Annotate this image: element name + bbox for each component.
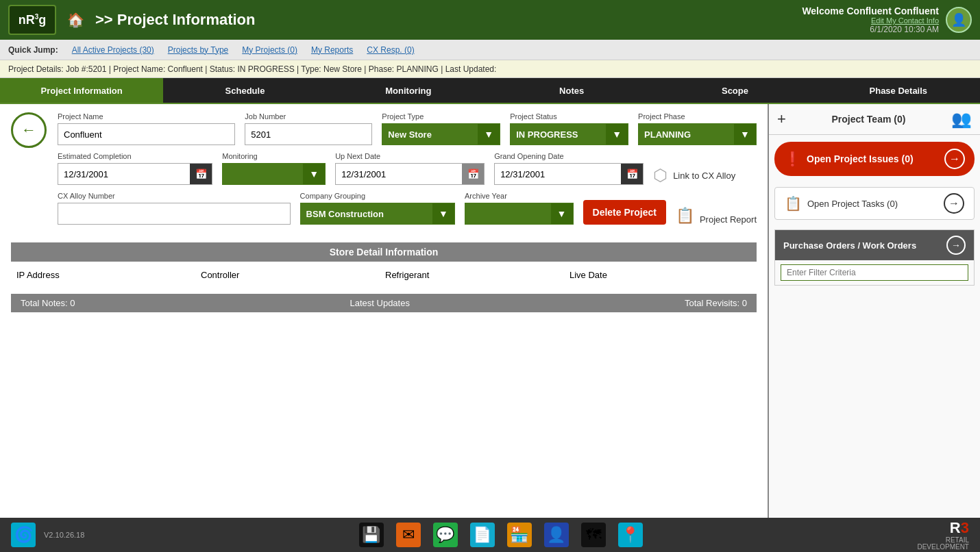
grand-opening-label: Grand Opening Date: [494, 152, 644, 160]
store-detail-section-bar: Store Detail Information: [11, 242, 757, 262]
grand-opening-input[interactable]: [495, 164, 621, 184]
home-icon[interactable]: 🏠: [67, 12, 84, 28]
issues-label: Open Project Issues (0): [807, 153, 914, 164]
project-name-label: Project Name: [58, 112, 235, 121]
edit-contact-link[interactable]: Edit My Contact Info: [802, 16, 939, 25]
r3-number: 3: [961, 519, 969, 536]
form-header: ← Project Name Job Number Project Type: [11, 112, 757, 231]
report-icon: 📋: [676, 207, 694, 225]
up-next-group: Up Next Date 📅: [335, 152, 485, 185]
project-team-label: Project Team (0): [831, 114, 905, 125]
header-left: nR3g 🏠 >> Project Information: [8, 5, 256, 35]
tab-phase-details[interactable]: Phase Details: [817, 78, 980, 103]
project-phase-select-box[interactable]: PLANNING ▼: [638, 123, 757, 145]
back-button[interactable]: ←: [11, 112, 47, 148]
up-next-calendar-btn[interactable]: 📅: [462, 164, 484, 184]
right-panel: + Project Team (0) 👥 ❗ Open Project Issu…: [768, 104, 980, 518]
add-team-member-icon[interactable]: +: [777, 110, 786, 128]
quick-jump-my-reports[interactable]: My Reports: [311, 45, 353, 55]
tasks-arrow-icon: →: [944, 193, 964, 214]
project-name-group: Project Name: [58, 112, 235, 145]
quick-jump-bar: Quick Jump: All Active Projects (30) Pro…: [0, 40, 980, 60]
project-type-select-box[interactable]: New Store ▼: [382, 123, 500, 145]
company-grouping-value: BSM Construction: [301, 209, 454, 219]
po-filter-input[interactable]: [781, 264, 968, 281]
cx-alloy-link-row: ⬡ Link to CX Alloy: [653, 166, 757, 185]
form-row-1: Project Name Job Number Project Type New…: [58, 112, 757, 145]
grand-opening-calendar-btn[interactable]: 📅: [621, 164, 643, 184]
cx-alloy-number-label: CX Alloy Number: [58, 192, 291, 200]
delete-btn-wrapper: Delete Project: [583, 200, 666, 225]
company-grouping-arrow: ▼: [432, 203, 454, 224]
quick-jump-label: Quick Jump:: [8, 45, 58, 55]
project-phase-group: Project Phase PLANNING ▼: [638, 112, 757, 145]
est-completion-date-wrapper: 📅: [58, 163, 212, 185]
project-name-input[interactable]: [58, 123, 235, 145]
usb-taskbar-icon[interactable]: 💾: [359, 523, 384, 547]
user-taskbar-icon[interactable]: 👤: [544, 523, 569, 547]
project-status-select-box[interactable]: IN PROGRESS ▼: [510, 123, 628, 145]
tab-monitoring[interactable]: Monitoring: [327, 78, 490, 103]
email-taskbar-icon[interactable]: ✉: [396, 523, 421, 547]
tab-notes[interactable]: Notes: [490, 78, 653, 103]
header-user-info: Welcome Confluent Confluent Edit My Cont…: [802, 5, 939, 34]
project-details-bar: Project Details: Job #:5201 | Project Na…: [0, 60, 980, 78]
taskbar-right: R3 RETAILDEVELOPMENT: [917, 519, 969, 551]
cx-alloy-link-label[interactable]: Link to CX Alloy: [673, 171, 735, 181]
cx-alloy-number-group: CX Alloy Number: [58, 192, 291, 225]
up-next-input[interactable]: [336, 164, 462, 184]
po-arrow-icon: →: [946, 236, 966, 255]
issues-arrow-icon: →: [944, 149, 965, 169]
company-grouping-label: Company Grouping: [300, 192, 455, 200]
live-date-label: Live Date: [569, 270, 751, 280]
po-header: Purchase Orders / Work Orders →: [775, 230, 974, 260]
doc-taskbar-icon[interactable]: 📄: [470, 523, 495, 547]
company-grouping-select-box[interactable]: BSM Construction ▼: [300, 203, 455, 225]
monitoring-arrow: ▼: [303, 164, 325, 184]
total-notes: Total Notes: 0: [21, 298, 75, 308]
chat-taskbar-icon[interactable]: 💬: [433, 523, 458, 547]
header-right: Welcome Confluent Confluent Edit My Cont…: [802, 5, 972, 34]
quick-jump-cx-resp[interactable]: CX Resp. (0): [367, 45, 414, 55]
est-completion-label: Estimated Completion: [58, 152, 212, 160]
quick-jump-my-projects[interactable]: My Projects (0): [242, 45, 297, 55]
project-report-label[interactable]: Project Report: [700, 214, 757, 225]
quick-jump-all-active[interactable]: All Active Projects (30): [72, 45, 154, 55]
app-title: >> Project Information: [95, 11, 256, 29]
right-panel-header: + Project Team (0) 👥: [769, 104, 980, 135]
job-number-input[interactable]: [245, 123, 372, 145]
location-taskbar-icon[interactable]: 📍: [618, 523, 643, 547]
r3-label: RETAILDEVELOPMENT: [917, 537, 969, 551]
cx-alloy-number-input[interactable]: [58, 203, 291, 225]
est-completion-calendar-btn[interactable]: 📅: [190, 164, 212, 184]
tab-schedule[interactable]: Schedule: [163, 78, 326, 103]
header-datetime: 6/1/2020 10:30 AM: [802, 25, 939, 34]
po-filter: [775, 260, 974, 285]
map-taskbar-icon[interactable]: 🗺: [581, 523, 606, 547]
quick-jump-by-type[interactable]: Projects by Type: [168, 45, 229, 55]
monitoring-select-box[interactable]: ▼: [222, 163, 326, 185]
archive-year-group: Archive Year ▼: [465, 192, 574, 225]
project-type-group: Project Type New Store ▼: [382, 112, 500, 145]
est-completion-input[interactable]: [58, 164, 190, 184]
up-next-date-wrapper: 📅: [335, 163, 485, 185]
archive-year-label: Archive Year: [465, 192, 574, 200]
tab-project-information[interactable]: Project Information: [0, 78, 163, 103]
cx-alloy-link-group: ⬡ Link to CX Alloy: [653, 152, 757, 185]
nrg-taskbar-icon[interactable]: 🌀: [11, 523, 36, 547]
tab-scope[interactable]: Scope: [653, 78, 816, 103]
project-type-label: Project Type: [382, 112, 500, 121]
grand-opening-group: Grand Opening Date 📅: [494, 152, 644, 185]
archive-year-select-box[interactable]: ▼: [465, 203, 574, 225]
open-issues-button[interactable]: ❗ Open Project Issues (0) →: [774, 142, 975, 176]
welcome-text: Welcome Confluent Confluent: [802, 5, 939, 16]
open-tasks-button[interactable]: 📋 Open Project Tasks (0) →: [774, 187, 975, 220]
po-title: Purchase Orders / Work Orders: [783, 240, 916, 251]
logo-text: nR3g: [19, 13, 47, 27]
delete-project-button[interactable]: Delete Project: [583, 200, 666, 225]
project-status-label: Project Status: [510, 112, 628, 121]
r3-logo-area: R3 RETAILDEVELOPMENT: [917, 519, 969, 551]
taskbar-left: 🌀 V2.10.26.18: [11, 523, 84, 547]
store-taskbar-icon[interactable]: 🏪: [507, 523, 532, 547]
latest-updates: Latest Updates: [350, 298, 410, 308]
